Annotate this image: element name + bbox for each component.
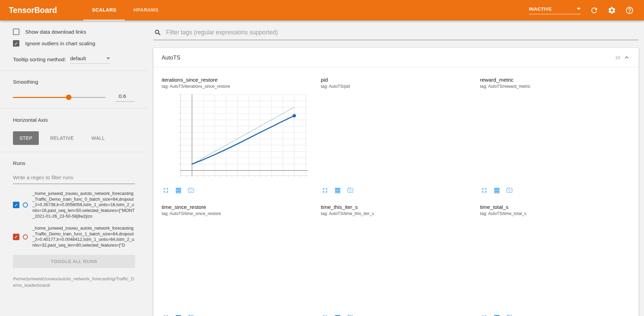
horizontal-axis-section: Horizontal Axis STEP RELATIVE WALL (0, 109, 148, 152)
chart-tag: tag: AutoTS/time_this_iter_s (321, 211, 470, 216)
chart-pid: pid tag: AutoTS/pid (321, 77, 470, 194)
status-label: INACTIVE (529, 6, 552, 12)
show-download-links-checkbox[interactable] (13, 29, 19, 35)
run-radio[interactable] (23, 234, 28, 239)
expand-chart-icon[interactable] (481, 314, 488, 316)
tooltip-sort-label: Tooltip sorting method: (13, 56, 66, 63)
checkbox-label: Ignore outliers in chart scaling (25, 40, 95, 47)
collapse-section-icon[interactable] (623, 54, 630, 61)
chart-title: time_since_restore (162, 204, 311, 210)
fit-domain-icon[interactable] (187, 187, 195, 194)
sidebar: Show data download links ✓ Ignore outlie… (0, 20, 148, 316)
chart-title: time_total_s (480, 204, 630, 210)
run-radio[interactable] (23, 202, 28, 207)
section-title: AutoTS (162, 54, 180, 61)
fit-domain-icon[interactable] (347, 187, 354, 194)
smoothing-slider[interactable] (13, 97, 106, 98)
app-header: TensorBoard SCALARS HPARAMS INACTIVE (0, 0, 644, 20)
log-scale-icon[interactable] (334, 314, 341, 316)
run-item: ✓ _home_junweid_zouwu_autots_network_for… (13, 226, 135, 248)
log-scale-icon[interactable] (493, 187, 500, 194)
run-name: _home_junweid_zouwu_autots_network_forec… (32, 191, 135, 219)
run-checkbox[interactable]: ✓ (13, 234, 19, 240)
fit-domain-icon[interactable] (347, 314, 354, 316)
runs-label: Runs (13, 160, 135, 166)
fit-domain-icon[interactable] (506, 314, 513, 316)
smoothing-section: Smoothing 0.6 (0, 71, 148, 109)
chart-tag: tag: AutoTS/time_since_restore (162, 211, 311, 216)
tab-hparams[interactable]: HPARAMS (125, 0, 167, 20)
log-scale-icon[interactable] (175, 187, 182, 194)
runs-filter-input[interactable] (13, 172, 135, 184)
tag-filter-row (153, 26, 639, 40)
ignore-outliers-checkbox-row[interactable]: ✓ Ignore outliers in chart scaling (13, 40, 135, 47)
checkbox-label: Show data download links (25, 29, 86, 35)
run-name: _home_junweid_zouwu_autots_network_forec… (32, 226, 135, 248)
chart-count-badge: 10 (615, 55, 620, 60)
chevron-down-icon (106, 57, 110, 60)
refresh-icon[interactable] (590, 6, 598, 15)
chart-time-since-restore: time_since_restore tag: AutoTS/time_sinc… (162, 204, 311, 316)
search-icon (154, 29, 162, 36)
chart-time-this-iter: time_this_iter_s tag: AutoTS/time_this_i… (321, 204, 470, 316)
tooltip-sort-value: default (70, 55, 86, 62)
main-content: AutoTS 10 iterations_since_restore tag: … (148, 20, 644, 316)
toggle-all-runs-button[interactable]: TOGGLE ALL RUNS (13, 255, 135, 268)
expand-chart-icon[interactable] (162, 314, 169, 316)
log-scale-icon[interactable] (334, 187, 341, 194)
expand-chart-icon[interactable] (162, 187, 169, 194)
tag-filter-input[interactable] (165, 29, 638, 36)
chart-iterations-since-restore: iterations_since_restore tag: AutoTS/ite… (162, 77, 311, 194)
tooltip-sort-select[interactable]: default (70, 55, 110, 64)
chart-title: pid (321, 77, 470, 83)
chart-tag: tag: AutoTS/iterations_since_restore (162, 84, 311, 89)
run-item: ✓ _home_junweid_zouwu_autots_network_for… (13, 191, 135, 219)
chart-plot[interactable] (162, 92, 311, 184)
logdir-path: /home/junweid/zouwu/autots_network_forec… (13, 276, 135, 289)
settings-gear-icon[interactable] (608, 6, 616, 15)
horizontal-axis-label: Horizontal Axis (13, 117, 135, 123)
chart-time-total: time_total_s tag: AutoTS/time_total_s (480, 204, 630, 316)
general-options-section: Show data download links ✓ Ignore outlie… (0, 20, 148, 71)
autots-card: AutoTS 10 iterations_since_restore tag: … (153, 48, 639, 316)
chart-title: time_this_iter_s (321, 204, 470, 210)
chart-plot[interactable] (480, 92, 630, 184)
smoothing-value[interactable]: 0.6 (115, 93, 135, 102)
chart-reward-metric: reward_metric tag: AutoTS/reward_metric (480, 77, 630, 194)
expand-chart-icon[interactable] (321, 187, 329, 194)
axis-relative-button[interactable]: RELATIVE (44, 131, 80, 145)
chart-tag: tag: AutoTS/pid (321, 84, 470, 89)
log-scale-icon[interactable] (493, 314, 500, 316)
chart-plot[interactable] (321, 92, 470, 184)
expand-chart-icon[interactable] (481, 187, 488, 194)
chart-title: iterations_since_restore (162, 77, 311, 83)
smoothing-label: Smoothing (13, 79, 135, 85)
smoothing-thumb[interactable] (66, 95, 71, 100)
runs-section: Runs ✓ _home_junweid_zouwu_autots_networ… (0, 152, 148, 289)
chart-plot[interactable] (480, 219, 630, 312)
run-list: ✓ _home_junweid_zouwu_autots_network_for… (13, 191, 135, 248)
fit-domain-icon[interactable] (506, 187, 513, 194)
chart-plot[interactable] (321, 219, 470, 312)
tab-scalars[interactable]: SCALARS (83, 0, 125, 20)
main-tabs: SCALARS HPARAMS (83, 0, 167, 20)
chevron-down-icon (577, 8, 581, 10)
status-dropdown[interactable]: INACTIVE (529, 6, 581, 14)
show-download-links-checkbox-row[interactable]: Show data download links (13, 29, 135, 35)
ignore-outliers-checkbox[interactable]: ✓ (13, 40, 19, 47)
axis-step-button[interactable]: STEP (13, 131, 39, 145)
chart-tag: tag: AutoTS/time_total_s (480, 211, 630, 216)
chart-plot[interactable] (162, 219, 311, 312)
axis-wall-button[interactable]: WALL (85, 131, 111, 145)
log-scale-icon[interactable] (175, 314, 182, 316)
chart-tag: tag: AutoTS/reward_metric (480, 84, 630, 89)
app-title: TensorBoard (9, 6, 57, 15)
smoothing-fill (13, 97, 69, 98)
chart-title: reward_metric (480, 77, 630, 83)
run-checkbox[interactable]: ✓ (13, 202, 19, 208)
expand-chart-icon[interactable] (321, 314, 329, 316)
charts-grid: iterations_since_restore tag: AutoTS/ite… (153, 67, 639, 316)
fit-domain-icon[interactable] (187, 314, 195, 316)
help-icon[interactable] (625, 6, 634, 15)
section-header[interactable]: AutoTS 10 (153, 48, 639, 67)
